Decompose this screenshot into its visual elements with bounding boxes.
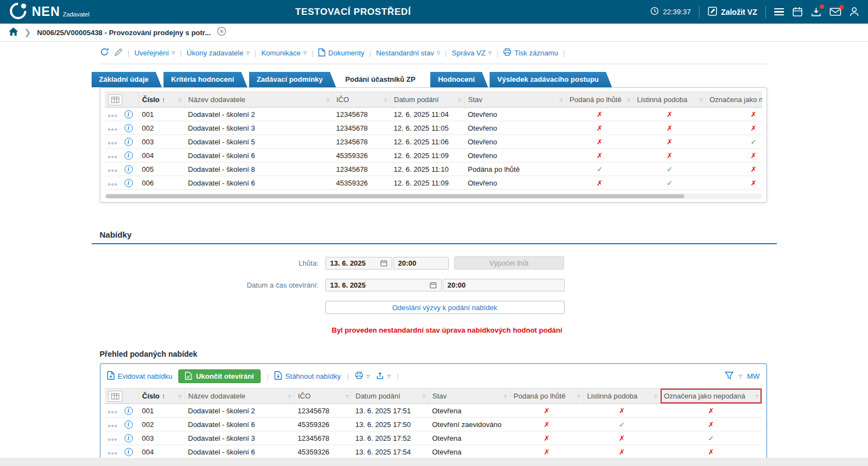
action-uverejneni[interactable]: Uveřejnění▽	[134, 49, 175, 57]
stahnout-nabidky-button[interactable]: Stáhnout nabídky	[274, 371, 341, 381]
brand-logo[interactable]: NEN Zadavatel	[9, 2, 89, 23]
create-vz-button[interactable]: Založit VZ	[708, 7, 757, 18]
row-info-icon[interactable]: i	[125, 165, 133, 173]
row-info-icon[interactable]: i	[125, 124, 133, 132]
ukoncit-oteviranie-button[interactable]: Ukončit otevírání	[178, 369, 260, 383]
row-info-icon[interactable]: i	[125, 138, 133, 146]
column-filter-icon[interactable]: ▽	[627, 98, 630, 103]
cross-icon: ✗	[544, 434, 550, 442]
column-datum-podani[interactable]: Datum podání▽	[391, 92, 465, 108]
column-filter-icon[interactable]: ▽	[326, 98, 330, 103]
tab-pod-n-astn-k-zp[interactable]: Podání účastníků ZP	[337, 72, 429, 87]
row-menu-icon[interactable]	[108, 425, 117, 427]
column-cislo[interactable]: Číslo↑▽	[139, 389, 185, 404]
row-menu-icon[interactable]	[108, 452, 117, 454]
column-ico[interactable]: IČO▽	[295, 389, 352, 404]
column-filter-icon[interactable]: ▽	[756, 394, 759, 399]
column-filter-icon[interactable]: ▽	[178, 394, 182, 399]
action-sprava-vz[interactable]: Správa VZ▽	[452, 49, 492, 57]
edit-pencil-icon[interactable]	[114, 48, 123, 59]
action-tisk-zaznamu[interactable]: Tisk záznamu	[503, 48, 558, 58]
row-info-icon[interactable]: i	[125, 407, 133, 415]
action-dokumenty[interactable]: Dokumenty	[318, 48, 364, 58]
odeslani-vyzvy-button[interactable]: Odeslání výzvy k podání nabídek	[325, 301, 565, 314]
cell-nazev: Dodavatel - školení 6	[185, 176, 333, 190]
tab-z-kladn-daje[interactable]: Základní údaje	[92, 72, 162, 87]
user-profile-icon[interactable]	[849, 7, 859, 17]
lhuta-time-input[interactable]: 20:00	[393, 257, 449, 270]
calendar-icon[interactable]	[792, 7, 803, 17]
vypocet-lhut-button[interactable]: Výpočet lhůt	[454, 256, 564, 270]
row-menu-icon[interactable]	[108, 115, 117, 117]
calendar-picker-icon[interactable]	[380, 260, 387, 267]
close-record-icon[interactable]	[217, 26, 227, 38]
column-podana-po-lhute[interactable]: Podaná po lhůtě▽	[566, 92, 634, 108]
row-menu-icon[interactable]	[108, 128, 117, 131]
breadcrumb-current[interactable]: N006/25/V00005438 - Provozování prodejny…	[37, 29, 211, 37]
column-filter-icon[interactable]: ▽	[504, 394, 507, 399]
mail-icon[interactable]	[830, 7, 841, 16]
column-filter-icon[interactable]: ▽	[288, 394, 291, 399]
column-datum-podani[interactable]: Datum podání▽	[352, 389, 429, 404]
cell-ico: 45359326	[333, 149, 391, 162]
action-nestandardni-stav[interactable]: Nestandardní stav▽	[376, 49, 440, 57]
calendar-picker-icon[interactable]	[430, 282, 437, 289]
column-filter-icon[interactable]: ▽	[178, 98, 182, 103]
row-menu-icon[interactable]	[108, 183, 117, 186]
row-menu-icon[interactable]	[108, 170, 117, 172]
column-listinna-podoba[interactable]: Listinná podoba▽	[634, 92, 706, 108]
filter-funnel-icon[interactable]	[725, 372, 734, 381]
lhuta-date-input[interactable]: 13. 6. 2025	[325, 257, 392, 270]
row-info-icon[interactable]: i	[125, 179, 133, 187]
column-filter-icon[interactable]: ▽	[346, 394, 349, 399]
dropdown-triangle-icon[interactable]: ▽	[739, 374, 742, 379]
row-info-icon[interactable]: i	[125, 434, 133, 442]
column-filter-icon[interactable]: ▽	[422, 394, 426, 399]
sort-asc-icon: ↑	[162, 392, 166, 400]
row-info-icon[interactable]: i	[125, 448, 133, 456]
horizontal-scrollbar[interactable]	[105, 193, 762, 199]
column-nazev-dodavatele[interactable]: Název dodavatele▽	[185, 92, 333, 108]
scrollbar-thumb[interactable]	[106, 194, 684, 198]
column-stav[interactable]: Stav▽	[465, 92, 566, 108]
column-settings-icon[interactable]	[108, 94, 122, 105]
column-oznacena-jako-nepodana[interactable]: Označena jako nepodaná▽	[661, 389, 762, 404]
home-icon[interactable]	[9, 27, 18, 38]
mw-link[interactable]: MW	[747, 372, 759, 380]
action-ukony-zadavatele[interactable]: Úkony zadavatele▽	[187, 49, 250, 57]
row-info-icon[interactable]: i	[125, 420, 133, 429]
tab-krit-ria-hodnocen-[interactable]: Kritéria hodnocení	[164, 72, 247, 87]
tab-zad-vac-podm-nky[interactable]: Zadávací podmínky	[249, 72, 336, 87]
row-info-icon[interactable]: i	[125, 151, 133, 160]
tab-v-sledek-zad-vac-ho-postupu[interactable]: Výsledek zadávacího postupu	[489, 72, 612, 87]
tab-hodnocen-[interactable]: Hodnocení	[430, 72, 488, 87]
export-menu-button[interactable]: ▽	[376, 372, 391, 381]
column-filter-icon[interactable]: ▽	[384, 98, 387, 103]
column-listinna-podoba[interactable]: Listinná podoba▽	[584, 389, 661, 404]
row-menu-icon[interactable]	[108, 156, 117, 158]
history-icon[interactable]	[100, 47, 109, 59]
row-info-icon[interactable]: i	[125, 110, 133, 119]
column-podana-po-lhute[interactable]: Podaná po lhůtě▽	[510, 389, 584, 404]
print-menu-button[interactable]: ▽	[355, 372, 370, 381]
column-filter-icon[interactable]: ▽	[577, 394, 580, 399]
column-filter-icon[interactable]: ▽	[458, 98, 461, 103]
downloads-icon[interactable]	[811, 7, 821, 17]
column-oznacena-jako-nepodana[interactable]: Označena jako nep	[706, 92, 762, 108]
row-menu-icon[interactable]	[108, 142, 117, 144]
evidovat-nabidku-button[interactable]: Evidovat nabídku	[107, 371, 173, 381]
column-nazev-dodavatele[interactable]: Název dodavatele▽	[185, 389, 295, 404]
column-filter-icon[interactable]: ▽	[700, 98, 703, 103]
row-menu-icon[interactable]	[108, 439, 117, 441]
oteviranie-time-input[interactable]: 20:00	[443, 279, 565, 291]
menu-hamburger-icon[interactable]	[774, 8, 784, 16]
oteviranie-date-input[interactable]: 13. 6. 2025	[325, 279, 442, 291]
column-filter-icon[interactable]: ▽	[654, 394, 657, 399]
column-stav[interactable]: Stav▽	[429, 389, 510, 404]
action-komunikace[interactable]: Komunikace▽	[261, 49, 307, 57]
column-cislo[interactable]: Číslo↑▽	[139, 92, 185, 108]
column-filter-icon[interactable]: ▽	[560, 98, 563, 103]
column-settings-icon[interactable]	[108, 391, 122, 402]
column-ico[interactable]: IČO▽	[333, 92, 391, 108]
row-menu-icon[interactable]	[108, 411, 117, 413]
